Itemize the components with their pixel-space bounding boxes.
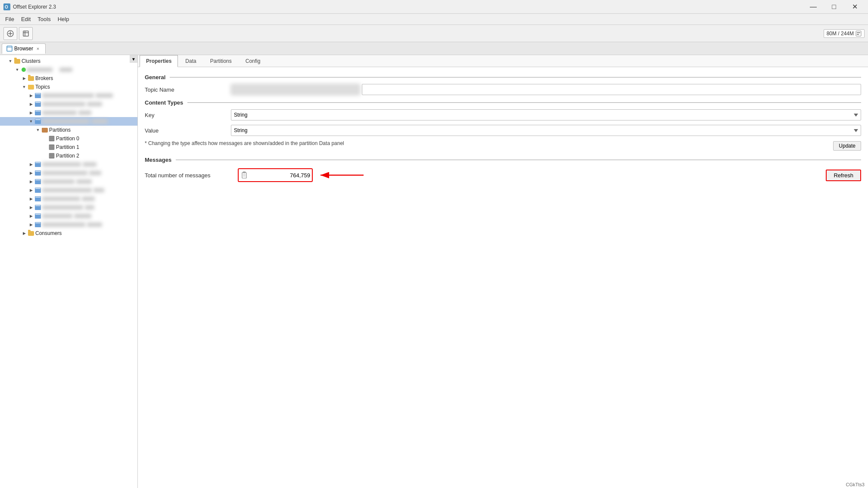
red-arrow-annotation — [316, 169, 368, 182]
tree-item-topic-9[interactable]: ▶ — [0, 203, 137, 212]
topic-1-icon — [34, 92, 41, 99]
title-bar: O Offset Explorer 2.3 — □ ✕ — [0, 0, 868, 14]
menu-file[interactable]: File — [2, 15, 18, 23]
tree-item-topics[interactable]: ▼ Topics — [0, 83, 137, 91]
tab-partitions[interactable]: Partitions — [204, 55, 238, 67]
partitions-folder-icon — [41, 127, 48, 133]
total-messages-input[interactable] — [250, 170, 310, 180]
consumers-toggle[interactable]: ▶ — [21, 230, 28, 237]
tree-item-partitions[interactable]: ▼ Partitions — [0, 126, 137, 134]
topic-2-icon — [34, 101, 41, 108]
sidebar: ▼ ▼ Clusters ▼ — [0, 55, 138, 488]
tab-browser-label: Browser — [14, 46, 33, 52]
tree-item-topic-6[interactable]: ▶ — [0, 177, 137, 186]
topic-selected-toggle[interactable]: ▼ — [28, 118, 34, 125]
tab-data[interactable]: Data — [179, 55, 202, 67]
topic-selected-name-blurred — [42, 119, 90, 124]
close-button[interactable]: ✕ — [845, 0, 865, 14]
cluster-1-toggle[interactable]: ▼ — [14, 66, 21, 73]
sidebar-scroll-down[interactable]: ▼ — [130, 55, 137, 63]
tree-item-brokers[interactable]: ▶ Brokers — [0, 74, 137, 83]
brokers-toggle[interactable]: ▶ — [21, 75, 28, 82]
partitions-toggle[interactable]: ▼ — [34, 127, 41, 133]
minimize-button[interactable]: — — [803, 0, 823, 14]
tab-properties[interactable]: Properties — [140, 55, 178, 67]
tab-config[interactable]: Config — [239, 55, 267, 67]
toolbar-left — [3, 27, 33, 40]
tree-item-topic-1[interactable]: ▶ — [0, 91, 137, 100]
value-label: Value — [145, 127, 231, 134]
messages-left: Total number of messages — [145, 168, 368, 182]
maximize-button[interactable]: □ — [824, 0, 844, 14]
topic-name-value — [231, 84, 861, 95]
refresh-button[interactable]: Refresh — [826, 170, 861, 181]
clusters-folder-icon — [14, 58, 21, 65]
brokers-folder-icon — [28, 75, 34, 82]
main-layout: ▼ ▼ Clusters ▼ — [0, 55, 868, 488]
tree-item-topic-5[interactable]: ▶ — [0, 169, 137, 177]
inner-tab-bar: Properties Data Partitions Config — [138, 55, 868, 67]
topic-3-toggle[interactable]: ▶ — [28, 109, 34, 116]
tree-item-cluster-1[interactable]: ▼ — [0, 65, 137, 74]
menu-tools[interactable]: Tools — [34, 15, 54, 23]
content-types-title: Content Types — [145, 99, 183, 106]
tree-item-topic-4[interactable]: ▶ — [0, 160, 137, 169]
brokers-label: Brokers — [35, 75, 53, 81]
tree-item-topic-8[interactable]: ▶ — [0, 195, 137, 203]
svg-rect-23 — [243, 172, 246, 173]
topic-2-name-blurred — [42, 102, 85, 106]
memory-icon — [856, 31, 862, 37]
svg-rect-8 — [856, 31, 861, 36]
tree-item-topic-selected[interactable]: ▼ — [0, 117, 137, 126]
topics-toggle[interactable]: ▼ — [21, 83, 28, 90]
svg-text:O: O — [5, 5, 8, 9]
menu-bar: File Edit Tools Help — [0, 14, 868, 25]
memory-indicator: 80M / 244M — [824, 29, 865, 38]
svg-rect-19 — [49, 153, 54, 158]
partition-0-label: Partition 0 — [56, 136, 79, 142]
clusters-toggle[interactable]: ▼ — [7, 58, 14, 65]
tree-item-consumers[interactable]: ▶ Consumers — [0, 229, 137, 238]
menu-edit[interactable]: Edit — [18, 15, 34, 23]
tree-item-topic-10[interactable]: ▶ — [0, 212, 137, 220]
value-type-select[interactable]: StringJSONLongIntegerShortFloatDoubleByt… — [231, 125, 861, 136]
tree-item-topic-3[interactable]: ▶ — [0, 108, 137, 117]
toolbar-btn-1[interactable] — [3, 27, 17, 40]
clusters-label: Clusters — [22, 58, 40, 64]
consumers-folder-icon — [28, 230, 34, 237]
tree-item-topic-11[interactable]: ▶ — [0, 220, 137, 229]
tree-item-partition-2[interactable]: ▶ Partition 2 — [0, 151, 137, 160]
topic-3-extra-blurred — [78, 111, 91, 115]
general-section: General Topic Name — [145, 74, 861, 95]
tree-item-topic-7[interactable]: ▶ — [0, 186, 137, 195]
tab-browser[interactable]: Browser × — [2, 43, 46, 54]
topic-name-input-blurred — [231, 84, 360, 95]
partition-1-icon — [48, 144, 55, 151]
title-bar-left: O Offset Explorer 2.3 — [3, 3, 56, 10]
toolbar-btn-2[interactable] — [19, 27, 33, 40]
memory-text: 80M / 244M — [827, 31, 854, 37]
partition-0-icon — [48, 135, 55, 142]
topic-3-name-blurred — [42, 111, 77, 115]
messages-divider — [176, 160, 861, 160]
topic-name-extra-input[interactable] — [362, 84, 861, 95]
tree-item-topic-2[interactable]: ▶ — [0, 100, 137, 108]
tree-item-partition-0[interactable]: ▶ Partition 0 — [0, 134, 137, 143]
menu-help[interactable]: Help — [54, 15, 73, 23]
topic-name-row: Topic Name — [145, 84, 861, 95]
tree-item-partition-1[interactable]: ▶ Partition 1 — [0, 143, 137, 151]
connect-icon — [6, 30, 14, 37]
key-type-select[interactable]: StringJSONLongIntegerShortFloatDoubleByt… — [231, 109, 861, 120]
total-messages-row: Total number of messages — [145, 168, 861, 182]
update-button[interactable]: Update — [833, 141, 861, 151]
value-row: Value StringJSONLongIntegerShortFloatDou… — [145, 125, 861, 136]
svg-rect-5 — [23, 31, 28, 36]
topic-1-toggle[interactable]: ▶ — [28, 92, 34, 99]
messages-input-area — [238, 168, 368, 182]
tree: ▼ Clusters ▼ ▶ — [0, 55, 137, 239]
tab-browser-close[interactable]: × — [35, 46, 41, 52]
topics-label: Topics — [35, 84, 50, 90]
tree-item-clusters[interactable]: ▼ Clusters — [0, 57, 137, 65]
tab-bar: Browser × — [0, 42, 868, 55]
topic-2-toggle[interactable]: ▶ — [28, 101, 34, 108]
